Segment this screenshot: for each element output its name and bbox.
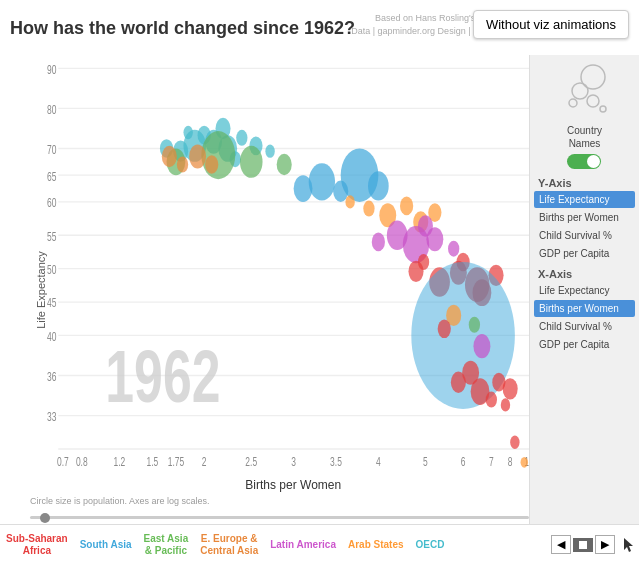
svg-point-96	[510, 436, 519, 449]
svg-text:65: 65	[47, 170, 57, 183]
bubble-icons	[555, 63, 615, 118]
svg-point-74	[448, 241, 459, 257]
country-names-label: CountryNames	[567, 124, 602, 150]
svg-text:90: 90	[47, 63, 57, 76]
svg-point-92	[462, 361, 479, 385]
svg-text:40: 40	[47, 330, 57, 343]
legend-sub-saharan-africa[interactable]: Sub-SaharanAfrica	[0, 533, 74, 557]
svg-point-56	[205, 155, 218, 174]
y-option-gdp[interactable]: GDP per Capita	[534, 245, 635, 262]
svg-text:8: 8	[508, 456, 513, 469]
svg-text:7: 7	[489, 456, 494, 469]
svg-point-68	[345, 195, 354, 208]
y-axis-section-title: Y-Axis	[534, 177, 635, 189]
svg-point-46	[183, 126, 192, 139]
x-option-child-survival[interactable]: Child Survival %	[534, 318, 635, 335]
svg-point-59	[309, 163, 335, 200]
legend-e-europe[interactable]: E. Europe &Central Asia	[194, 533, 264, 557]
legend-label-e-europe: E. Europe &Central Asia	[200, 533, 258, 557]
svg-text:2.5: 2.5	[245, 456, 257, 469]
chart-note: Circle size is population. Axes are log …	[30, 496, 210, 506]
prev-frame-button[interactable]: ◀	[551, 535, 571, 554]
svg-point-55	[189, 144, 206, 168]
svg-point-94	[503, 378, 518, 399]
svg-text:1962: 1962	[105, 335, 220, 417]
legend-label-latin-america: Latin America	[270, 539, 336, 550]
x-option-births[interactable]: Births per Women	[534, 300, 635, 317]
legend-label-south-asia: South Asia	[80, 539, 132, 550]
legend-oecd[interactable]: OECD	[410, 539, 451, 550]
svg-point-44	[236, 130, 247, 146]
country-names-section: CountryNames	[567, 124, 602, 169]
svg-text:4: 4	[376, 456, 381, 469]
svg-text:33: 33	[47, 411, 57, 424]
play-pause-button[interactable]	[573, 538, 593, 552]
svg-text:2: 2	[202, 456, 207, 469]
next-frame-button[interactable]: ▶	[595, 535, 615, 554]
svg-text:36: 36	[47, 370, 57, 383]
svg-point-81	[418, 254, 429, 270]
svg-text:55: 55	[47, 230, 57, 243]
svg-point-75	[418, 215, 433, 236]
x-axis-section-title: X-Axis	[534, 268, 635, 280]
svg-text:1.5: 1.5	[147, 456, 159, 469]
svg-point-73	[372, 233, 385, 252]
svg-text:60: 60	[47, 197, 57, 210]
without-viz-animations-button[interactable]: Without viz animations	[473, 10, 629, 39]
slider-thumb[interactable]	[40, 513, 50, 523]
y-option-births[interactable]: Births per Women	[534, 209, 635, 226]
svg-text:80: 80	[47, 103, 57, 116]
svg-point-98	[581, 65, 605, 89]
svg-point-97	[521, 457, 529, 468]
svg-point-58	[162, 146, 177, 167]
legend-latin-america[interactable]: Latin America	[264, 539, 342, 550]
svg-point-53	[277, 154, 292, 175]
svg-point-102	[600, 106, 606, 112]
x-option-life-expectancy[interactable]: Life Expectancy	[534, 282, 635, 299]
legend-south-asia[interactable]: South Asia	[74, 539, 138, 550]
playback-controls: ◀ ▶	[551, 535, 619, 554]
legend-label-arab-states: Arab States	[348, 539, 404, 550]
legend-label-east-asia: East Asia& Pacific	[144, 533, 189, 557]
svg-text:45: 45	[47, 297, 57, 310]
svg-point-51	[201, 131, 235, 179]
svg-text:0.8: 0.8	[76, 456, 88, 469]
svg-text:3: 3	[291, 456, 296, 469]
svg-text:70: 70	[47, 143, 57, 156]
x-option-gdp[interactable]: GDP per Capita	[534, 336, 635, 353]
svg-point-99	[572, 83, 588, 99]
svg-text:5: 5	[423, 456, 428, 469]
timeline-slider-container	[30, 510, 529, 524]
svg-point-50	[265, 144, 274, 157]
svg-text:1.75: 1.75	[168, 456, 185, 469]
legend-east-asia[interactable]: East Asia& Pacific	[138, 533, 195, 557]
svg-text:3.5: 3.5	[330, 456, 342, 469]
svg-point-87	[473, 334, 490, 358]
svg-point-93	[486, 392, 497, 408]
svg-point-65	[400, 197, 413, 216]
svg-point-63	[368, 171, 389, 200]
x-axis-label: Births per Women	[245, 478, 341, 492]
toggle-switch[interactable]	[567, 154, 601, 169]
svg-text:6: 6	[461, 456, 466, 469]
y-option-child-survival[interactable]: Child Survival %	[534, 227, 635, 244]
svg-text:1.2: 1.2	[114, 456, 126, 469]
y-option-life-expectancy[interactable]: Life Expectancy	[534, 191, 635, 208]
svg-point-88	[438, 319, 451, 338]
svg-point-57	[177, 156, 188, 172]
svg-point-86	[469, 317, 480, 333]
legend-label-oecd: OECD	[416, 539, 445, 550]
svg-text:50: 50	[47, 264, 57, 277]
right-panel: CountryNames Y-Axis Life Expectancy Birt…	[529, 55, 639, 524]
without-viz-animations-label: Without viz animations	[486, 17, 616, 32]
svg-point-60	[294, 175, 313, 202]
svg-point-52	[240, 146, 263, 178]
svg-text:0.7: 0.7	[57, 456, 69, 469]
svg-point-101	[569, 99, 577, 107]
legend-arab-states[interactable]: Arab States	[342, 539, 410, 550]
svg-point-100	[587, 95, 599, 107]
legend-label-sub-saharan: Sub-SaharanAfrica	[6, 533, 68, 557]
cursor-indicator	[619, 535, 639, 555]
svg-point-95	[501, 398, 510, 411]
svg-point-66	[363, 201, 374, 217]
